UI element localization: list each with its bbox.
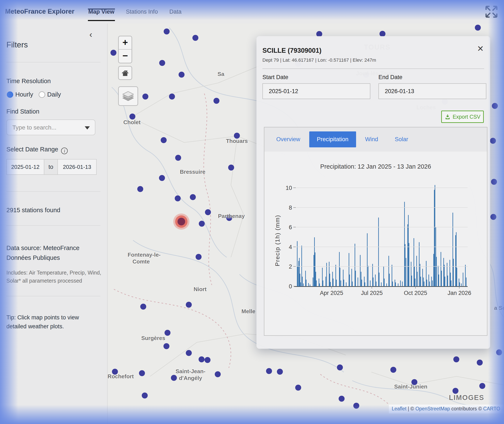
y-tick-mark bbox=[293, 266, 296, 267]
station-dot[interactable] bbox=[161, 137, 167, 143]
station-search-select[interactable]: Type to search... bbox=[6, 119, 95, 135]
station-dot[interactable] bbox=[165, 330, 171, 336]
station-dot[interactable] bbox=[179, 72, 185, 78]
radio-option-hourly[interactable]: Hourly bbox=[7, 91, 33, 98]
map-label-sa: Sa bbox=[217, 71, 224, 77]
station-dot[interactable] bbox=[266, 368, 272, 374]
sidebar-heading: Filters bbox=[6, 40, 28, 49]
attribution-link[interactable]: OpenStreetMap bbox=[415, 406, 450, 412]
station-dot[interactable] bbox=[479, 383, 485, 389]
fullscreen-icon[interactable] bbox=[485, 5, 498, 19]
precip-bar bbox=[453, 259, 454, 287]
precip-bar bbox=[451, 281, 451, 287]
station-dot[interactable] bbox=[110, 50, 116, 56]
tab-precipitation[interactable]: Precipitation bbox=[309, 131, 356, 147]
sidebar-collapse-icon[interactable]: ‹ bbox=[89, 30, 92, 39]
tab-overview[interactable]: Overview bbox=[269, 131, 308, 147]
precip-bar bbox=[379, 273, 379, 287]
station-dot[interactable] bbox=[379, 31, 385, 37]
station-dot[interactable] bbox=[190, 194, 196, 200]
layers-button[interactable] bbox=[118, 86, 138, 106]
precip-bar bbox=[441, 271, 442, 287]
precip-bar bbox=[406, 258, 406, 287]
station-dot[interactable] bbox=[453, 388, 459, 394]
station-dot[interactable] bbox=[295, 385, 301, 391]
tab-wind[interactable]: Wind bbox=[357, 131, 386, 147]
selected-station-marker[interactable] bbox=[178, 218, 185, 225]
nav-tab-data[interactable]: Data bbox=[169, 8, 182, 18]
station-dot[interactable] bbox=[169, 94, 175, 100]
station-dot[interactable] bbox=[199, 221, 205, 227]
station-dot[interactable] bbox=[228, 165, 234, 170]
station-dot[interactable] bbox=[492, 103, 498, 109]
tab-solar[interactable]: Solar bbox=[387, 131, 416, 147]
start-date-input[interactable]: 2025-01-12 bbox=[262, 83, 370, 99]
divider bbox=[6, 225, 101, 226]
attribution-link[interactable]: CARTO bbox=[483, 406, 500, 412]
station-dot[interactable] bbox=[339, 396, 345, 402]
info-icon[interactable]: i bbox=[61, 148, 68, 154]
station-dot[interactable] bbox=[139, 370, 145, 376]
attribution-link[interactable]: Leaflet bbox=[392, 406, 407, 412]
station-dot[interactable] bbox=[164, 29, 170, 34]
export-csv-label: Export CSV bbox=[453, 114, 481, 120]
app-title: MeteoFrance Explorer bbox=[5, 8, 75, 15]
zoom-in-button[interactable]: + bbox=[119, 36, 132, 50]
station-dot[interactable] bbox=[205, 209, 211, 215]
station-dot[interactable] bbox=[137, 186, 143, 192]
station-dot[interactable] bbox=[163, 343, 169, 349]
station-dot[interactable] bbox=[475, 25, 481, 31]
station-dot[interactable] bbox=[186, 350, 192, 356]
app-window: CholetThouarsSaBressuireParthenayFontena… bbox=[0, 0, 504, 424]
station-dot[interactable] bbox=[490, 214, 496, 220]
precip-bar bbox=[415, 279, 415, 287]
data-source-line2: Données Publiques bbox=[6, 254, 60, 261]
date-from-field[interactable]: 2025-01-12 bbox=[6, 159, 44, 175]
export-csv-button[interactable]: Export CSV bbox=[441, 111, 484, 123]
end-date-input[interactable]: 2026-01-13 bbox=[378, 83, 486, 99]
precip-bar bbox=[333, 279, 333, 287]
station-dot[interactable] bbox=[204, 357, 211, 363]
precip-bar bbox=[445, 277, 445, 287]
station-dot[interactable] bbox=[175, 155, 181, 161]
station-dot[interactable] bbox=[277, 369, 283, 375]
radio-option-daily[interactable]: Daily bbox=[39, 91, 61, 98]
nav-tab-map-view[interactable]: Map View bbox=[88, 8, 115, 18]
station-dot[interactable] bbox=[129, 113, 135, 119]
station-dot[interactable] bbox=[477, 360, 483, 366]
close-icon[interactable]: ✕ bbox=[477, 45, 484, 53]
time-resolution-radios: HourlyDaily bbox=[7, 91, 61, 98]
precip-bar bbox=[361, 280, 362, 287]
chart-gridline bbox=[296, 247, 468, 247]
station-dot[interactable] bbox=[140, 304, 146, 310]
station-dot[interactable] bbox=[196, 254, 202, 260]
precip-bar bbox=[465, 265, 466, 287]
station-dot[interactable] bbox=[186, 302, 192, 308]
chart-gridline bbox=[296, 207, 468, 208]
station-dot[interactable] bbox=[192, 35, 198, 41]
x-tick-label: Jan 2026 bbox=[448, 290, 471, 296]
station-dot[interactable] bbox=[337, 364, 343, 370]
station-dot[interactable] bbox=[215, 371, 221, 377]
station-dot[interactable] bbox=[171, 375, 177, 381]
nav-tab-stations-info[interactable]: Stations Info bbox=[126, 8, 158, 18]
radio-selected-icon bbox=[7, 91, 13, 98]
station-dot[interactable] bbox=[142, 94, 148, 100]
home-extent-button[interactable] bbox=[118, 66, 132, 80]
station-dot[interactable] bbox=[490, 138, 496, 144]
station-dot[interactable] bbox=[159, 60, 165, 66]
station-dot[interactable] bbox=[390, 367, 396, 373]
station-dot[interactable] bbox=[142, 393, 148, 399]
station-dot[interactable] bbox=[496, 349, 502, 355]
station-dot[interactable] bbox=[213, 98, 219, 104]
map-label-fontenay-le: Fontenay-le- bbox=[128, 252, 161, 258]
station-dot[interactable] bbox=[175, 195, 181, 201]
station-dot[interactable] bbox=[198, 356, 204, 362]
zoom-out-button[interactable]: − bbox=[119, 50, 132, 63]
station-dot[interactable] bbox=[453, 356, 459, 362]
station-dot[interactable] bbox=[159, 175, 165, 181]
precip-bar bbox=[325, 277, 326, 287]
station-dot[interactable] bbox=[353, 403, 359, 409]
date-to-field[interactable]: 2026-01-13 bbox=[58, 159, 97, 175]
station-dot[interactable] bbox=[491, 179, 497, 185]
